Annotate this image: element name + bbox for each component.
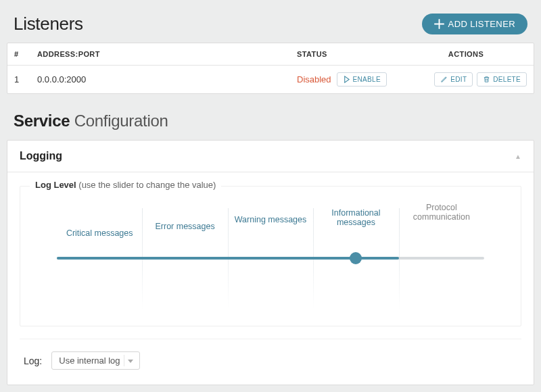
slider-level-protocol[interactable]: Protocol communication bbox=[399, 201, 484, 310]
logging-panel-title: Logging bbox=[20, 150, 62, 162]
enable-label: ENABLE bbox=[353, 76, 381, 83]
listeners-table: # ADDRESS:PORT STATUS ACTIONS 1 0.0.0.0:… bbox=[7, 43, 534, 94]
table-row: 1 0.0.0.0:2000 Disabled ENABLE EDIT DELE… bbox=[7, 66, 534, 93]
slider-fill bbox=[57, 257, 399, 260]
service-configuration-title: Service Configuration bbox=[7, 94, 534, 140]
col-header-address: ADDRESS:PORT bbox=[37, 50, 297, 58]
cell-num: 1 bbox=[14, 74, 37, 84]
col-header-actions: ACTIONS bbox=[405, 50, 527, 58]
edit-button[interactable]: EDIT bbox=[434, 72, 473, 87]
page-title: Listeners bbox=[14, 14, 83, 34]
add-listener-label: ADD LISTENER bbox=[448, 19, 515, 29]
log-level-slider[interactable]: Critical messages Error messages Warning… bbox=[57, 201, 484, 310]
edit-label: EDIT bbox=[450, 76, 467, 83]
logging-panel-header[interactable]: Logging ▲ bbox=[7, 141, 534, 172]
log-select-label: Log: bbox=[24, 356, 42, 366]
logging-panel: Logging ▲ Log Level (use the slider to c… bbox=[7, 140, 534, 385]
cell-address: 0.0.0.0:2000 bbox=[37, 74, 297, 84]
pencil-icon bbox=[440, 76, 448, 83]
play-icon bbox=[343, 76, 350, 83]
delete-label: DELETE bbox=[493, 76, 521, 83]
slider-level-error[interactable]: Error messages bbox=[142, 201, 227, 310]
slider-level-critical[interactable]: Critical messages bbox=[57, 201, 142, 310]
slider-labels: Critical messages Error messages Warning… bbox=[57, 201, 484, 310]
slider-level-warning[interactable]: Warning messages bbox=[228, 201, 313, 310]
col-header-status: STATUS bbox=[297, 50, 405, 58]
delete-button[interactable]: DELETE bbox=[477, 72, 527, 87]
log-select-value: Use internal log bbox=[59, 356, 120, 366]
status-badge: Disabled bbox=[297, 74, 331, 84]
add-listener-button[interactable]: ADD LISTENER bbox=[422, 14, 527, 34]
log-level-fieldset: Log Level (use the slider to change the … bbox=[20, 186, 521, 326]
legend-hint-text: (use the slider to change the value) bbox=[78, 180, 216, 190]
legend-strong: Log Level bbox=[35, 180, 76, 190]
enable-button[interactable]: ENABLE bbox=[337, 72, 387, 87]
log-level-legend: Log Level (use the slider to change the … bbox=[30, 180, 221, 190]
col-header-num: # bbox=[14, 50, 37, 58]
table-header: # ADDRESS:PORT STATUS ACTIONS bbox=[7, 43, 534, 66]
plus-icon bbox=[434, 19, 444, 29]
service-title-light-text: Configuration bbox=[74, 112, 168, 130]
collapse-icon: ▲ bbox=[515, 153, 521, 160]
trash-icon bbox=[483, 76, 490, 83]
log-destination-select[interactable]: Use internal log bbox=[51, 351, 139, 370]
service-title-strong: Service bbox=[14, 112, 70, 130]
